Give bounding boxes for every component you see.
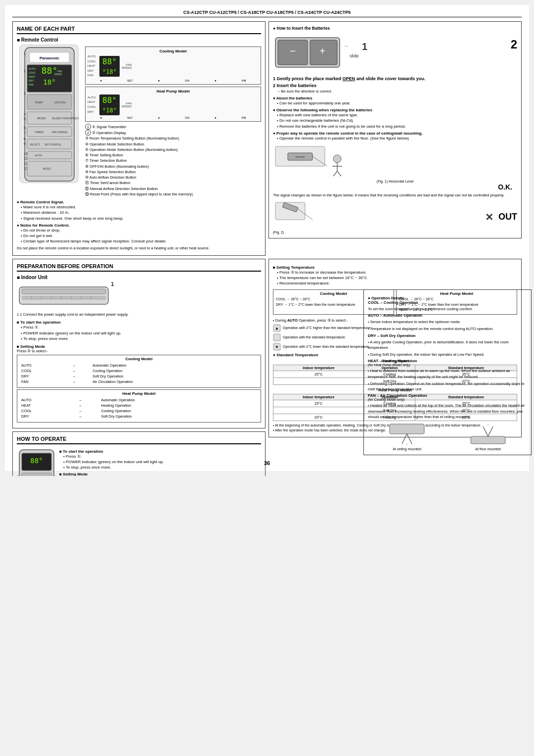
svg-text:1: 1 xyxy=(24,52,26,55)
remote-image-area: Panasonic 88° 18° AUTO COOL HEAT DRY FAN… xyxy=(17,45,81,197)
about-batteries-header: ● About the batteries xyxy=(273,96,517,100)
dry-op-header: DRY – Soft Dry Operation xyxy=(368,333,527,338)
svg-text:DRY: DRY xyxy=(29,79,34,82)
btn-3: ③ Room Temperature Setting Button (Illum… xyxy=(85,136,261,141)
setting-mode-header: ■ Setting Mode xyxy=(17,344,261,349)
ok-label: O.K. xyxy=(273,183,512,191)
btn-8: ⑧ OFF/ON Button (Illuminating button) xyxy=(85,164,261,169)
mode-row: DRY–Soft Dry Operation xyxy=(20,414,258,419)
svg-text:AUTO: AUTO xyxy=(29,67,36,70)
heat-pump-modes-table: AUTO–Automatic Operation HEAT–Heating Op… xyxy=(20,397,258,419)
observe-bullet-3: • Remove the batteries if the unit is no… xyxy=(277,124,517,129)
right-column: ● How to Insert the Batteries − + ← s xyxy=(268,21,522,256)
proper-way-header: ● Proper way to operate the remote contr… xyxy=(273,131,517,136)
fan-op-note: (for Cooling Model only) xyxy=(368,398,527,401)
heat-pump-model-modes-box: Heat Pump Model AUTO–Automatic Operation… xyxy=(17,389,261,423)
open-text: OPEN xyxy=(343,76,356,81)
svg-text:OFF/ON: OFF/ON xyxy=(54,101,66,104)
setting-mode-area: ■ Setting Mode Press ② to select:- Cooli… xyxy=(17,344,261,423)
dry-op-bullet-1: • A very gentle Cooling Operation, prior… xyxy=(368,339,527,351)
svg-text:3: 3 xyxy=(17,475,19,476)
svg-text:AIR SWING: AIR SWING xyxy=(52,131,68,134)
cooling-model-label: Cooling Model xyxy=(88,49,259,53)
svg-text:slide: slide xyxy=(350,53,359,58)
ceiling-label: At ceiling mounted xyxy=(368,447,446,451)
auto-op-standard: Operation with the standard temperature. xyxy=(283,335,346,339)
svg-text:SPEED: SPEED xyxy=(54,73,62,76)
operation-display-item: 2② Operation Display xyxy=(85,130,261,136)
how-to-insert-header: ● How to Insert the Batteries xyxy=(273,26,517,31)
how-to-operate-content: 88° MODE 3 2 1 4 5 xyxy=(17,447,261,476)
battery-image-area: − + ← slide 1 2 xyxy=(273,33,517,73)
floor-fig: ↕ At floor mounted xyxy=(449,422,527,451)
figures-area: remote (Fig. 1) Horizontal Level xyxy=(273,144,517,191)
svg-line-96 xyxy=(483,426,488,436)
top-section: NAME OF EACH PART Remote Control Panason… xyxy=(12,21,522,256)
svg-text:HEAT: HEAT xyxy=(29,75,35,78)
hto-setting-mode-header: ■ Setting Mode xyxy=(59,472,261,476)
mode-row: AUTO–Automatic Operation xyxy=(20,397,258,403)
preparation-section: PREPARATION BEFORE OPERATION Indoor Unit xyxy=(12,259,266,428)
how-to-operate-section: HOW TO OPERATE 88° MODE xyxy=(12,431,266,476)
cooling-model-modes-box: Cooling Model AUTO–Automatic Operation C… xyxy=(17,355,261,388)
step2-sub: – Be sure the direction is correct. xyxy=(278,89,517,94)
auto-op-header: AUTO – Automatic Operation xyxy=(368,313,527,318)
fig2-area: (Fig. 2) ✕ OUT xyxy=(273,200,517,234)
cool-op-text: To set the room temperature at your pref… xyxy=(368,306,527,312)
remote-details: Cooling Model AUTOCOOLHEATDRYFAN 88°⁰18°… xyxy=(85,45,261,197)
fan-op-text: • Heated air rises and collects at the t… xyxy=(368,403,527,420)
indoor-unit-image: 1 xyxy=(17,282,261,310)
rc-signal-header: ● Remote Control Signal. xyxy=(17,200,261,204)
st-bullet-1: • Press ③ to increase or decrease the te… xyxy=(277,270,517,275)
battery-notes: ● About the batteries • Can be used for … xyxy=(273,96,517,234)
svg-text:8: 8 xyxy=(24,137,26,141)
how-to-operate-title: HOW TO OPERATE xyxy=(17,436,261,444)
observe-bullet-1: • Replace with new batteries of the same… xyxy=(277,112,517,118)
svg-rect-63 xyxy=(22,289,106,294)
numbered-buttons-list: 1① Signal Transmitter 2② Operation Displ… xyxy=(85,124,261,197)
fig2-container: (Fig. 2) xyxy=(273,200,480,234)
svg-text:18°: 18° xyxy=(43,78,55,86)
name-of-each-part-section: NAME OF EACH PART Remote Control Panason… xyxy=(12,21,266,256)
svg-line-93 xyxy=(407,434,412,444)
svg-text:SELECT: SELECT xyxy=(30,143,41,146)
rc-signal-bullet-1: • Make sure it is not obstructed. xyxy=(21,204,261,210)
page: CS-A12CTP CU-A12CTP5 / CS-A18CTP CU-A18C… xyxy=(5,5,529,471)
svg-text:11: 11 xyxy=(24,157,28,160)
fig1-area: remote (Fig. 1) Horizontal Level xyxy=(273,144,517,191)
auto-op-lower: Operation with 2°C lower than the standa… xyxy=(283,345,370,348)
battery-diagram-area: − + ← slide 1 xyxy=(273,33,484,73)
svg-text:MODE: MODE xyxy=(32,475,41,476)
svg-text:1: 1 xyxy=(362,41,367,52)
heat-pump-model-panel: Heat Pump Model AUTOHEATCOOLDRY 88°⁰18° … xyxy=(85,87,261,122)
svg-text:9: 9 xyxy=(24,142,26,145)
svg-rect-64 xyxy=(22,296,106,300)
floor-label: At floor mounted xyxy=(449,447,527,451)
mode-row: COOL–Cooling Operation xyxy=(20,408,258,414)
fig1-label: (Fig. 1) Horizontal Level xyxy=(273,180,517,183)
hto-press1: • Press ①. xyxy=(63,454,261,459)
svg-text:6: 6 xyxy=(24,126,26,130)
to-start-area: ■ To start the operation • Press ①. • PO… xyxy=(17,320,261,341)
svg-text:−: − xyxy=(290,46,296,56)
svg-text:1: 1 xyxy=(111,282,114,287)
svg-text:SLEEP FAN/SPEED: SLEEP FAN/SPEED xyxy=(52,117,79,120)
dry-op-bullet-2: • During Soft Dry operation, the indoor … xyxy=(368,352,527,357)
hto-stop-bullet: • To stop, press once more. xyxy=(63,465,261,470)
rc-signal-bullet-3: • Signal received sound. One short beep … xyxy=(21,216,261,221)
op-details-header: ● Operation Details xyxy=(368,296,527,300)
svg-text:FAN: FAN xyxy=(57,70,62,73)
step1-area: 1 Gently press the place marked OPEN and… xyxy=(273,76,517,94)
svg-text:MODE: MODE xyxy=(37,117,46,120)
btn-9: ⑨ Fan Speed Selection Button xyxy=(85,169,261,175)
svg-text:RESET: RESET xyxy=(43,167,51,170)
observe-bullet-2: • Do not use rechargeable batteries (Ni-… xyxy=(277,118,517,123)
svg-text:SET/CANCEL: SET/CANCEL xyxy=(44,143,62,146)
battery-section: ● How to Insert the Batteries − + ← s xyxy=(268,21,522,238)
svg-text:remote: remote xyxy=(296,155,305,158)
btn-11: ⑪ Timer Set/Cancel Button xyxy=(85,180,261,186)
signal-transmitter-item: 1① Signal Transmitter xyxy=(85,124,261,130)
svg-rect-34 xyxy=(27,151,72,159)
op-details-box: ● Operation Details COOL – Cooling Opera… xyxy=(363,289,532,455)
notes-header: ● Notes for Remote Control. xyxy=(17,223,261,228)
